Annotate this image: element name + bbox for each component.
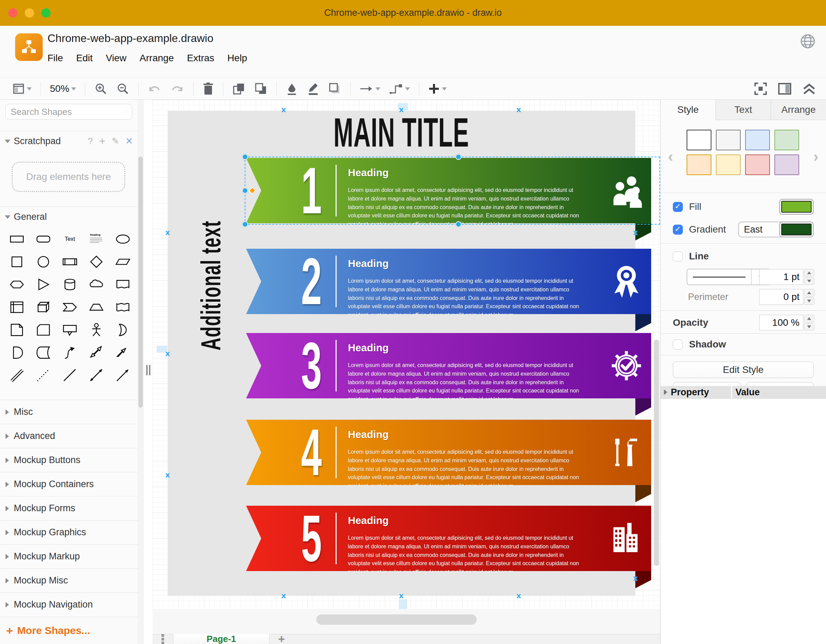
style-swatch-4[interactable] — [775, 130, 799, 150]
canvas-horizontal-scrollbar[interactable] — [316, 615, 477, 625]
shadow-checkbox[interactable] — [673, 339, 683, 350]
shape-parallelogram[interactable] — [109, 251, 136, 273]
scratchpad-header[interactable]: Scratchpad ? + ✎ ✕ — [0, 131, 138, 152]
shape-square[interactable] — [3, 251, 30, 273]
property-column-header[interactable]: Property — [660, 386, 731, 398]
page-tab[interactable]: Page-1 — [173, 634, 270, 644]
section-mockup-graphics[interactable]: Mockup Graphics — [0, 520, 138, 544]
shape-data-storage[interactable] — [30, 341, 56, 364]
scratchpad-close-icon[interactable]: ✕ — [125, 136, 133, 147]
line-style-dropdown[interactable] — [686, 269, 771, 285]
shape-step[interactable] — [56, 296, 83, 319]
style-swatch-2[interactable] — [716, 130, 741, 150]
zoom-in-button[interactable] — [94, 82, 107, 95]
shape-bidirectional-connector[interactable] — [83, 364, 109, 387]
shape-or[interactable] — [109, 319, 136, 341]
resize-handle-w[interactable] — [242, 187, 248, 194]
format-panel-toggle-button[interactable] — [778, 82, 792, 95]
resize-handle-nw[interactable] — [242, 154, 248, 160]
tab-text[interactable]: Text — [716, 100, 771, 120]
more-shapes-button[interactable]: + More Shapes... — [0, 617, 138, 644]
gradient-checkbox[interactable] — [673, 224, 683, 235]
style-swatch-5[interactable] — [686, 155, 711, 175]
to-back-button[interactable] — [254, 82, 267, 95]
pages-menu-icon[interactable] — [152, 634, 173, 644]
drawing-canvas[interactable]: MAIN TITLE Additional text 1HeadingLorem… — [152, 100, 660, 609]
menu-file[interactable]: File — [48, 53, 63, 63]
chevron-right-icon[interactable]: › — [813, 148, 818, 165]
shape-tape[interactable] — [109, 296, 136, 319]
general-section-header[interactable]: General — [0, 206, 138, 227]
section-mockup-navigation[interactable]: Mockup Navigation — [0, 592, 138, 616]
section-mockup-buttons[interactable]: Mockup Buttons — [0, 448, 138, 472]
shape-dashed-line[interactable] — [30, 364, 56, 387]
shape-note[interactable] — [3, 319, 30, 341]
shape-curve[interactable] — [56, 341, 83, 364]
shape-line[interactable] — [56, 364, 83, 387]
view-format-button[interactable] — [12, 82, 32, 95]
shape-cube[interactable] — [30, 296, 56, 319]
opacity-input[interactable]: 100 % — [759, 315, 803, 331]
menu-extras[interactable]: Extras — [187, 53, 214, 63]
menu-edit[interactable]: Edit — [76, 53, 93, 63]
sidebar-collapse-handle[interactable] — [146, 365, 151, 375]
shape-rectangle[interactable] — [3, 228, 30, 251]
shape-diamond[interactable] — [83, 251, 109, 273]
resize-handle-sw[interactable] — [242, 221, 248, 228]
shape-process[interactable] — [56, 251, 83, 273]
scratchpad-edit-icon[interactable]: ✎ — [112, 136, 119, 147]
fill-color-button[interactable] — [286, 82, 298, 95]
section-mockup-markup[interactable]: Mockup Markup — [0, 544, 138, 568]
language-globe-icon[interactable] — [800, 33, 816, 49]
fill-color-swatch[interactable] — [779, 199, 814, 215]
shape-actor[interactable] — [83, 319, 109, 341]
diagram-main-title[interactable]: MAIN TITLE — [334, 109, 469, 156]
search-input[interactable] — [11, 107, 126, 117]
resize-handle-n[interactable] — [455, 154, 461, 160]
line-color-button[interactable] — [307, 82, 319, 95]
gradient-color-swatch[interactable] — [779, 221, 814, 237]
close-button[interactable] — [8, 8, 17, 17]
banner-1[interactable]: 1HeadingLorem ipsum dolor sit amet, cons… — [246, 158, 651, 223]
banner-5[interactable]: 5HeadingLorem ipsum dolor sit amet, cons… — [246, 506, 651, 571]
insert-button[interactable] — [428, 83, 447, 94]
search-shapes-box[interactable] — [6, 104, 132, 120]
banner-2[interactable]: 2HeadingLorem ipsum dolor sit amet, cons… — [246, 249, 651, 314]
shape-bidirectional-arrow[interactable] — [83, 341, 109, 364]
perimeter-input[interactable]: 0 pt — [759, 289, 803, 305]
menu-arrange[interactable]: Arrange — [140, 53, 174, 63]
connection-style-button[interactable] — [360, 85, 380, 93]
zoom-level-dropdown[interactable]: 50% — [50, 83, 76, 94]
shape-rounded-rectangle[interactable] — [30, 228, 56, 251]
shape-arrow[interactable] — [109, 341, 136, 364]
section-misc[interactable]: Misc — [0, 400, 138, 424]
redo-button[interactable] — [170, 83, 184, 94]
opacity-stepper[interactable] — [804, 315, 814, 331]
shape-directional-connector[interactable] — [109, 364, 136, 387]
scratchpad-dropzone[interactable]: Drag elements here — [12, 162, 125, 192]
banner-4[interactable]: 4HeadingLorem ipsum dolor sit amet, cons… — [246, 420, 651, 485]
to-front-button[interactable] — [232, 82, 245, 95]
scratchpad-help-icon[interactable]: ? — [88, 136, 93, 147]
delete-button[interactable] — [202, 82, 214, 95]
shape-text[interactable]: Text — [56, 228, 83, 251]
shape-document[interactable] — [109, 273, 136, 296]
style-swatch-1[interactable] — [686, 130, 711, 150]
shape-trapezoid[interactable] — [83, 296, 109, 319]
minimize-button[interactable] — [25, 8, 34, 17]
tab-style[interactable]: Style — [660, 100, 716, 120]
shadow-button[interactable] — [328, 82, 342, 95]
style-swatch-3[interactable] — [745, 130, 770, 150]
shape-ellipse[interactable] — [109, 228, 136, 251]
chevron-left-icon[interactable]: ‹ — [668, 148, 673, 165]
shape-callout[interactable] — [56, 319, 83, 341]
zoom-window-button[interactable] — [41, 8, 51, 17]
section-mockup-containers[interactable]: Mockup Containers — [0, 472, 138, 496]
perimeter-stepper[interactable] — [804, 289, 814, 305]
waypoints-button[interactable] — [389, 82, 410, 95]
zoom-out-button[interactable] — [116, 82, 129, 95]
scratchpad-add-icon[interactable]: + — [99, 135, 106, 147]
shape-textbox[interactable]: Heading — [83, 228, 109, 251]
section-advanced[interactable]: Advanced — [0, 424, 138, 448]
shape-link[interactable] — [3, 364, 30, 387]
